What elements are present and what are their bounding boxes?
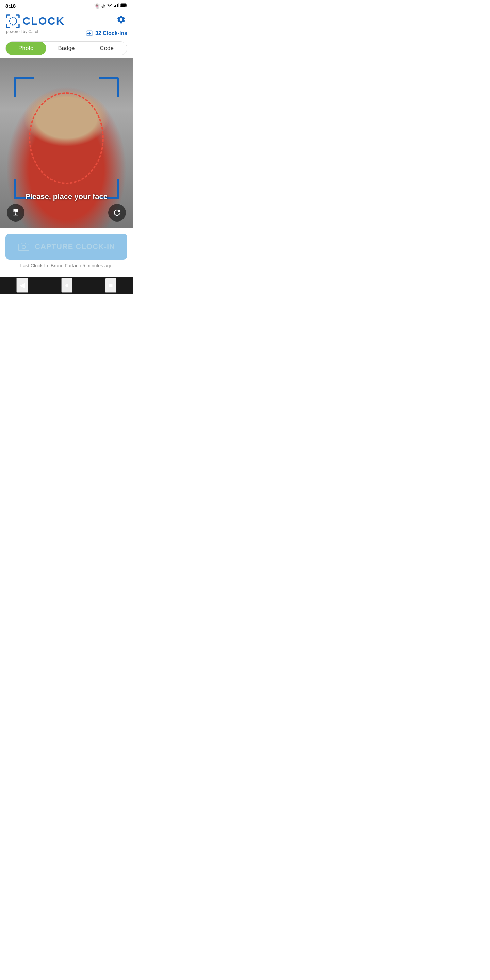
refresh-icon <box>112 208 122 218</box>
nav-home-button[interactable]: ● <box>61 278 72 293</box>
app-name: CLOCK <box>22 15 65 27</box>
clock-logo-icon <box>5 14 21 29</box>
svg-rect-0 <box>114 6 115 8</box>
flash-button-container <box>7 204 24 221</box>
status-bar: 8:18 👻 ◎ <box>0 0 133 11</box>
svg-rect-3 <box>118 3 119 8</box>
clock-ins-count: 32 Clock-Ins <box>95 30 127 37</box>
tab-photo[interactable]: Photo <box>6 41 46 55</box>
status-time: 8:18 <box>5 3 16 9</box>
battery-icon <box>121 3 127 8</box>
capture-clockin-button[interactable]: CAPTURE CLOCK-IN <box>5 234 127 259</box>
place-face-instruction: Please, place your face <box>0 192 133 201</box>
flash-button[interactable] <box>7 204 24 221</box>
tab-badge[interactable]: Badge <box>46 41 87 55</box>
signin-icon <box>86 30 93 37</box>
face-detection-oval <box>29 92 104 184</box>
svg-rect-5 <box>121 4 126 7</box>
svg-point-9 <box>22 245 25 249</box>
nav-recents-button[interactable]: ■ <box>105 278 116 293</box>
svg-rect-8 <box>15 213 16 215</box>
bottom-section: CAPTURE CLOCK-IN Last Clock-In: Bruno Fu… <box>0 228 133 274</box>
wifi-icon <box>107 3 112 8</box>
last-clockin-info: Last Clock-In: Bruno Furtado 5 minutes a… <box>5 263 127 269</box>
svg-rect-1 <box>115 5 116 8</box>
clock-ins-badge[interactable]: 32 Clock-Ins <box>86 30 127 37</box>
logo-area: CLOCK powered by Carol <box>5 14 65 34</box>
header-right: 32 Clock-Ins <box>86 14 127 37</box>
camera-icon <box>18 240 30 253</box>
refresh-button-container <box>108 204 126 221</box>
nav-back-button[interactable]: ◀ <box>16 278 28 293</box>
refresh-camera-button[interactable] <box>108 204 126 221</box>
app-header: CLOCK powered by Carol 32 Clock-Ins <box>0 11 133 38</box>
settings-button[interactable] <box>115 14 127 27</box>
mode-tabs: Photo Badge Code <box>5 41 127 56</box>
status-icons: 👻 ◎ <box>94 3 127 8</box>
signal-icon <box>114 3 119 8</box>
tab-code[interactable]: Code <box>86 41 127 55</box>
logo-row: CLOCK <box>5 14 65 29</box>
gear-icon <box>116 15 126 24</box>
svg-rect-6 <box>127 5 127 6</box>
system-nav-bar: ◀ ● ■ <box>0 277 133 294</box>
ghost-icon: 👻 <box>94 3 100 8</box>
powered-by-label: powered by Carol <box>6 29 38 34</box>
notification-icon: ◎ <box>102 3 105 8</box>
flashlight-icon <box>11 208 20 217</box>
capture-button-label: CAPTURE CLOCK-IN <box>35 242 115 251</box>
svg-rect-2 <box>117 4 118 8</box>
svg-point-7 <box>9 18 17 25</box>
camera-area: Please, place your face <box>0 58 133 228</box>
